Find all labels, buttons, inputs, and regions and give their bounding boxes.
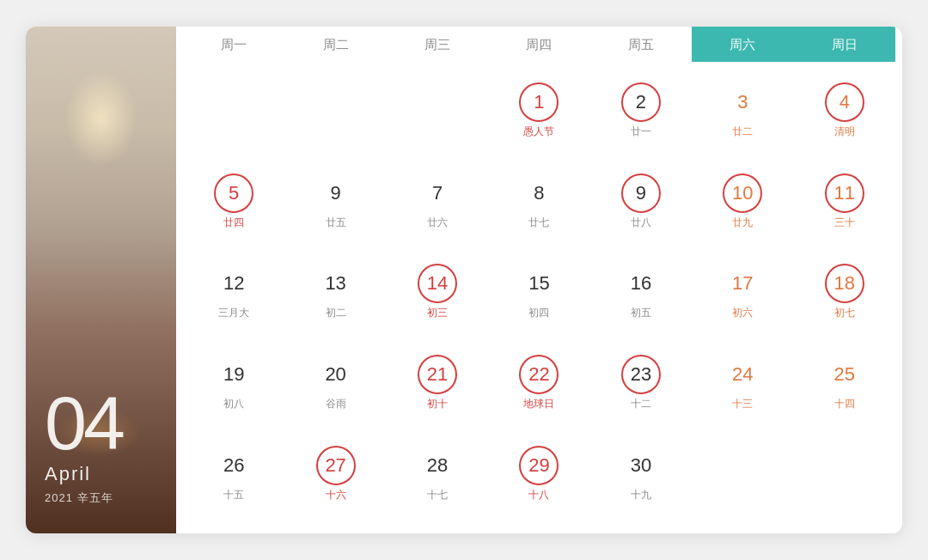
day-number-wrap: 12 <box>214 264 253 303</box>
day-cell[interactable]: 2廿一 <box>590 65 692 156</box>
day-number-wrap: 30 <box>621 446 661 485</box>
day-number-wrap: 9 <box>316 173 356 213</box>
day-cell[interactable]: 3廿二 <box>692 65 793 156</box>
day-number: 19 <box>223 365 244 384</box>
day-cell <box>284 65 386 156</box>
lunar-label: 初十 <box>427 397 448 411</box>
day-cell[interactable]: 11三十 <box>794 156 895 247</box>
day-number-wrap: 13 <box>316 264 356 303</box>
day-number-wrap: 3 <box>723 82 762 122</box>
week-header: 周一周二周三周四周五周六周日 <box>183 27 895 62</box>
month-number: 04 <box>45 386 122 461</box>
day-cell <box>794 429 895 520</box>
lunar-label: 谷雨 <box>326 397 346 411</box>
day-cell[interactable]: 28十七 <box>387 429 488 520</box>
lunar-label: 廿二 <box>732 125 753 139</box>
right-panel: 周一周二周三周四周五周六周日 1愚人节2廿一3廿二4清明5廿四9廿五7廿六8廿七… <box>176 27 902 533</box>
day-number: 5 <box>229 184 239 203</box>
lunar-label: 三十 <box>834 216 855 230</box>
lunar-label: 十九 <box>631 488 651 502</box>
lunar-label: 地球日 <box>523 397 554 411</box>
day-cell[interactable]: 9廿八 <box>590 156 692 247</box>
day-number: 22 <box>528 365 549 384</box>
lunar-label: 廿一 <box>631 125 651 139</box>
day-cell[interactable]: 7廿六 <box>387 156 488 247</box>
day-number: 21 <box>427 365 448 384</box>
day-number: 2 <box>636 93 646 112</box>
lunar-label: 初六 <box>732 306 753 320</box>
lunar-label: 廿四 <box>223 216 244 230</box>
day-cell[interactable]: 18初七 <box>794 247 895 338</box>
day-number-wrap: 1 <box>519 82 559 122</box>
lunar-label: 十七 <box>427 488 448 502</box>
week-header-cell: 周五 <box>590 27 692 62</box>
day-number-wrap: 19 <box>214 355 253 394</box>
lunar-label: 十四 <box>834 397 855 411</box>
day-cell[interactable]: 23十二 <box>590 338 692 429</box>
day-cell[interactable]: 19初八 <box>183 338 284 429</box>
day-cell[interactable]: 5廿四 <box>183 156 284 247</box>
day-cell[interactable]: 27十六 <box>284 429 386 520</box>
day-number-wrap: 23 <box>621 355 661 394</box>
day-number: 12 <box>223 274 244 293</box>
day-cell[interactable]: 13初二 <box>284 247 386 338</box>
lunar-label: 廿六 <box>427 216 448 230</box>
lunar-label: 初四 <box>528 306 549 320</box>
day-cell[interactable]: 22地球日 <box>488 338 589 429</box>
day-number: 3 <box>737 93 748 112</box>
day-cell[interactable]: 24十三 <box>692 338 793 429</box>
day-cell[interactable]: 10廿九 <box>692 156 793 247</box>
day-number-wrap: 11 <box>825 173 864 213</box>
day-number: 24 <box>732 365 753 384</box>
day-number: 26 <box>223 456 244 475</box>
day-cell[interactable]: 12三月大 <box>183 247 284 338</box>
day-number-wrap: 22 <box>519 355 559 394</box>
day-number-wrap: 20 <box>316 355 356 394</box>
day-number-wrap: 4 <box>825 82 864 122</box>
lunar-label: 廿五 <box>326 216 346 230</box>
day-cell[interactable]: 30十九 <box>590 429 692 520</box>
day-cell[interactable]: 26十五 <box>183 429 284 520</box>
day-number-wrap: 28 <box>418 446 457 485</box>
day-cell[interactable]: 14初三 <box>387 247 488 338</box>
day-number-wrap: 16 <box>621 264 661 303</box>
day-cell[interactable]: 9廿五 <box>284 156 386 247</box>
day-number: 10 <box>732 184 753 203</box>
week-header-cell: 周一 <box>183 27 284 62</box>
day-cell[interactable]: 20谷雨 <box>284 338 386 429</box>
lunar-label: 初八 <box>223 397 244 411</box>
week-header-cell: 周四 <box>488 27 589 62</box>
day-cell[interactable]: 21初十 <box>387 338 488 429</box>
day-number-wrap: 8 <box>519 173 559 213</box>
day-cell[interactable]: 4清明 <box>794 65 895 156</box>
day-number: 1 <box>534 93 544 112</box>
day-number: 27 <box>325 456 345 475</box>
lunar-label: 十三 <box>732 397 753 411</box>
calendar-grid: 1愚人节2廿一3廿二4清明5廿四9廿五7廿六8廿七9廿八10廿九11三十12三月… <box>183 65 895 520</box>
lunar-label: 廿七 <box>528 216 549 230</box>
day-number-wrap: 2 <box>621 82 661 122</box>
month-name: April <box>45 463 122 485</box>
day-number-wrap: 10 <box>723 173 762 213</box>
day-number: 7 <box>432 184 443 203</box>
day-cell[interactable]: 16初五 <box>590 247 692 338</box>
lunar-label: 初二 <box>326 306 346 320</box>
day-cell[interactable]: 15初四 <box>488 247 589 338</box>
day-cell[interactable]: 29十八 <box>488 429 589 520</box>
day-number-wrap: 18 <box>825 264 864 303</box>
day-cell <box>387 65 488 156</box>
day-cell[interactable]: 1愚人节 <box>488 65 589 156</box>
day-number: 8 <box>534 184 544 203</box>
day-number: 30 <box>631 456 651 475</box>
day-cell <box>692 429 793 520</box>
day-number: 16 <box>631 274 651 293</box>
day-cell[interactable]: 17初六 <box>692 247 793 338</box>
lunar-label: 十二 <box>631 397 651 411</box>
calendar-app: 04 April 2021 辛五年 周一周二周三周四周五周六周日 1愚人节2廿一… <box>26 27 902 533</box>
day-number: 15 <box>528 274 549 293</box>
day-number-wrap: 14 <box>418 264 457 303</box>
lunar-label: 初三 <box>427 306 448 320</box>
day-cell[interactable]: 8廿七 <box>488 156 589 247</box>
day-cell[interactable]: 25十四 <box>794 338 895 429</box>
day-number-wrap: 15 <box>519 264 559 303</box>
